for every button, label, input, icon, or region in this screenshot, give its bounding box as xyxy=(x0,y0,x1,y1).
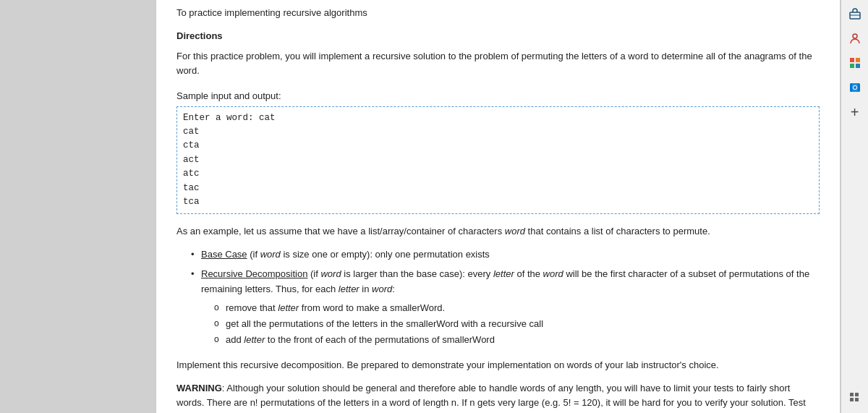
main-content: To practice implementing recursive algor… xyxy=(156,0,841,413)
right-sidebar: + xyxy=(841,0,868,413)
code-line-2: cat xyxy=(183,125,813,139)
svg-point-10 xyxy=(854,86,856,89)
code-line-5: atc xyxy=(183,167,813,181)
as-example-text: As an example, let us assume that we hav… xyxy=(176,224,820,239)
code-line-1: Enter a word: cat xyxy=(183,111,813,125)
sub-item-1: remove that letter from word to make a s… xyxy=(214,300,820,316)
briefcase-icon[interactable] xyxy=(844,3,866,25)
warning-text: WARNING: Although your solution should b… xyxy=(176,381,820,413)
sample-label: Sample input and output: xyxy=(176,89,820,103)
base-case-label: Base Case xyxy=(201,249,247,260)
svg-rect-13 xyxy=(850,398,854,401)
sub-list: remove that letter from word to make a s… xyxy=(214,300,820,348)
svg-rect-4 xyxy=(856,58,860,62)
svg-rect-11 xyxy=(850,393,854,396)
left-spacer xyxy=(0,0,156,413)
warning-bold: WARNING xyxy=(176,383,222,393)
svg-rect-3 xyxy=(850,58,854,62)
code-line-4: act xyxy=(183,153,813,167)
bullet-item-1: Base Case (if word is size one or empty)… xyxy=(191,247,820,263)
code-line-3: cta xyxy=(183,139,813,153)
plus-icon[interactable]: + xyxy=(844,101,866,123)
code-line-7: tca xyxy=(183,195,813,209)
svg-point-2 xyxy=(853,34,857,38)
bullet-list: Base Case (if word is size one or empty)… xyxy=(191,247,820,348)
svg-rect-12 xyxy=(855,393,859,396)
code-box: Enter a word: cat cat cta act atc tac tc… xyxy=(176,106,820,215)
sub-item-3: add letter to the front of each of the p… xyxy=(214,332,820,348)
office-icon[interactable] xyxy=(844,52,866,74)
recursive-decomposition-label: Recursive Decomposition xyxy=(201,268,307,279)
directions-text: For this practice problem, you will impl… xyxy=(176,49,820,78)
bullet-item-2: Recursive Decomposition (if word is larg… xyxy=(191,267,820,348)
sub-item-2: get all the permutations of the letters … xyxy=(214,316,820,332)
implement-text: Implement this recursive decomposition. … xyxy=(176,358,820,372)
directions-heading: Directions xyxy=(176,29,820,43)
person-icon[interactable] xyxy=(844,27,866,49)
code-line-6: tac xyxy=(183,182,813,195)
outlook-icon[interactable] xyxy=(844,77,866,98)
svg-rect-14 xyxy=(855,398,859,401)
svg-rect-6 xyxy=(856,64,860,68)
intro-text: To practice implementing recursive algor… xyxy=(176,6,820,20)
svg-rect-5 xyxy=(850,64,854,68)
grid-icon[interactable] xyxy=(844,387,866,409)
